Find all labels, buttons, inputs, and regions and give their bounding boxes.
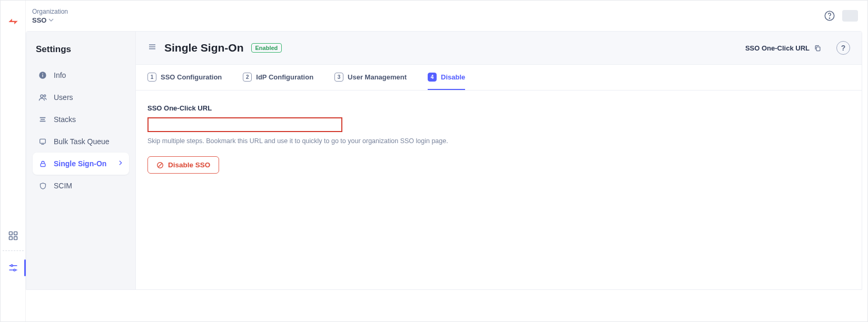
disable-sso-button[interactable]: Disable SSO	[147, 156, 219, 174]
svg-point-9	[829, 18, 830, 18]
field-label-sso-url: SSO One-Click URL	[147, 104, 850, 112]
shield-icon	[38, 181, 47, 190]
svg-rect-2	[9, 237, 12, 240]
help-icon[interactable]	[822, 8, 837, 23]
tab-disable[interactable]: 4 Disable	[428, 65, 465, 90]
tab-label: SSO Configuration	[161, 73, 222, 81]
sso-one-click-url-label: SSO One-Click URL	[745, 44, 810, 52]
sso-one-click-url-input[interactable]	[147, 117, 342, 132]
svg-point-13	[40, 95, 43, 97]
settings-sliders-icon[interactable]	[7, 261, 19, 274]
settings-sidebar: Settings Info Users Stacks Bulk Task Que…	[26, 32, 136, 289]
work-area: Settings Info Users Stacks Bulk Task Que…	[26, 31, 862, 290]
tab-sso-configuration[interactable]: 1 SSO Configuration	[147, 65, 222, 90]
svg-line-25	[159, 163, 162, 167]
disable-sso-button-label: Disable SSO	[168, 161, 210, 169]
info-icon	[38, 71, 47, 80]
panel-disable: SSO One-Click URL Skip multiple steps. B…	[136, 90, 862, 289]
page-title: Single Sign-On	[164, 42, 244, 54]
breadcrumb[interactable]: Organization SSO	[32, 8, 68, 24]
sidebar-item-info[interactable]: Info	[33, 64, 129, 86]
svg-point-5	[11, 265, 12, 266]
tab-user-management[interactable]: 3 User Management	[334, 65, 407, 90]
sidebar-item-scim[interactable]: SCIM	[33, 175, 129, 197]
sidebar-item-label: Stacks	[54, 115, 76, 124]
sidebar-item-label: Bulk Task Queue	[54, 137, 110, 146]
app-logo-icon	[6, 15, 20, 29]
sidebar-item-label: Single Sign-On	[54, 159, 106, 168]
svg-rect-3	[14, 237, 17, 240]
sso-one-click-url-link[interactable]: SSO One-Click URL	[745, 44, 822, 52]
sidebar-item-single-sign-on[interactable]: Single Sign-On	[33, 153, 129, 175]
tab-strip: 1 SSO Configuration 2 IdP Configuration …	[136, 65, 862, 90]
chevron-right-icon	[117, 159, 124, 168]
app-rail	[1, 1, 26, 321]
step-number: 2	[243, 73, 252, 82]
tab-label: User Management	[348, 73, 407, 81]
svg-rect-12	[42, 73, 43, 74]
svg-rect-11	[42, 75, 43, 77]
tab-label: IdP Configuration	[256, 73, 313, 81]
lock-icon	[38, 159, 47, 168]
sidebar-title: Settings	[36, 44, 126, 55]
queue-icon	[38, 137, 47, 146]
step-number: 1	[147, 73, 156, 82]
copy-icon	[814, 44, 822, 52]
svg-rect-19	[41, 163, 45, 166]
dashboard-icon[interactable]	[7, 229, 19, 242]
svg-point-14	[44, 95, 46, 97]
sidebar-item-label: Users	[54, 93, 73, 102]
help-icon[interactable]: ?	[836, 41, 850, 55]
stacks-icon	[38, 115, 47, 124]
menu-toggle-icon[interactable]	[147, 42, 157, 54]
chevron-down-icon	[48, 17, 54, 23]
tab-label: Disable	[441, 73, 465, 81]
sidebar-item-users[interactable]: Users	[33, 86, 129, 108]
sidebar-item-bulk-task-queue[interactable]: Bulk Task Queue	[33, 130, 129, 153]
svg-rect-0	[9, 232, 12, 235]
svg-rect-18	[40, 139, 46, 143]
svg-rect-23	[816, 47, 820, 51]
page-header: Single Sign-On Enabled SSO One-Click URL…	[136, 32, 862, 65]
sidebar-item-label: Info	[54, 71, 66, 79]
breadcrumb-current: SSO	[32, 16, 46, 24]
step-number: 4	[428, 73, 437, 82]
sidebar-item-label: SCIM	[54, 182, 72, 190]
tab-idp-configuration[interactable]: 2 IdP Configuration	[243, 65, 313, 90]
step-number: 3	[334, 73, 343, 82]
breadcrumb-super: Organization	[32, 8, 68, 15]
sidebar-item-stacks[interactable]: Stacks	[33, 108, 129, 130]
prohibit-icon	[156, 162, 164, 169]
user-avatar[interactable]	[842, 10, 858, 22]
help-text-sso-url: Skip multiple steps. Bookmark this URL a…	[147, 137, 850, 145]
main-column: Single Sign-On Enabled SSO One-Click URL…	[136, 32, 862, 289]
svg-point-7	[13, 269, 15, 271]
top-bar: Organization SSO	[26, 1, 867, 31]
users-icon	[38, 93, 47, 102]
status-badge: Enabled	[251, 43, 282, 53]
svg-rect-1	[14, 232, 17, 235]
